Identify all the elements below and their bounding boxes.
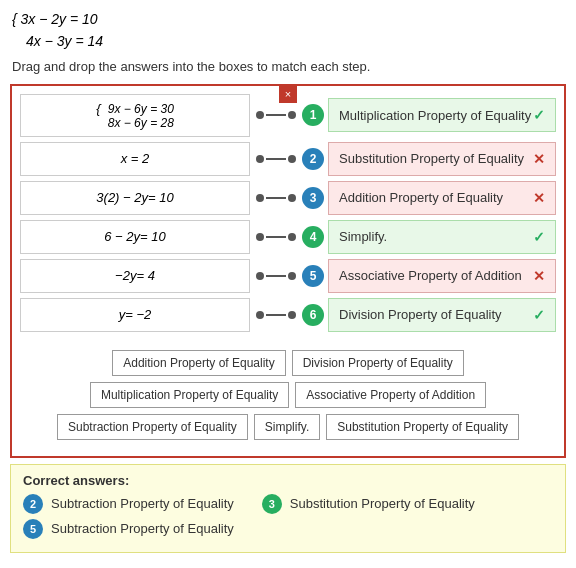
step-expression-5: −2y = 4 — [20, 259, 250, 293]
connector-dot — [288, 111, 296, 119]
close-button[interactable]: × — [279, 85, 297, 103]
connector-dot — [288, 233, 296, 241]
check-icon-1: ✓ — [533, 107, 545, 123]
step-answer-4[interactable]: Simplify. ✓ — [328, 220, 556, 254]
connector-4 — [256, 233, 296, 241]
connector-line — [266, 114, 286, 116]
drag-chip-subtraction[interactable]: Subtraction Property of Equality — [57, 414, 248, 440]
system-equations: { 3x − 2y = 10 4x − 3y = 14 — [12, 8, 564, 53]
answer-text-4: Simplify. — [339, 229, 387, 244]
ca-row-5: 5 Subtraction Property of Equality — [23, 519, 553, 539]
answer-text-3: Addition Property of Equality — [339, 190, 503, 205]
step-expression-6: y = −2 — [20, 298, 250, 332]
connector-dot — [288, 272, 296, 280]
ca-num-3: 3 — [262, 494, 282, 514]
connector-dot — [288, 194, 296, 202]
step-expression-2: x = 2 — [20, 142, 250, 176]
step-num-6: 6 — [302, 304, 324, 326]
step-num-2: 2 — [302, 148, 324, 170]
connector-2 — [256, 155, 296, 163]
connector-dot — [256, 194, 264, 202]
connector-line — [266, 314, 286, 316]
connector-dot — [256, 155, 264, 163]
correct-answers-title: Correct answers: — [23, 473, 553, 488]
ca-num-5: 5 — [23, 519, 43, 539]
drag-chip-substitution[interactable]: Substitution Property of Equality — [326, 414, 519, 440]
connector-line — [266, 236, 286, 238]
connector-3 — [256, 194, 296, 202]
step-row: x = 2 2 Substitution Property of Equalit… — [20, 142, 556, 176]
step-expression-4: 6 − 2y = 10 — [20, 220, 250, 254]
answer-wrapper-1: 1 Multiplication Property of Equality ✓ — [302, 98, 556, 132]
drag-chip-addition[interactable]: Addition Property of Equality — [112, 350, 285, 376]
step-row: y = −2 6 Division Property of Equality ✓ — [20, 298, 556, 332]
connector-6 — [256, 311, 296, 319]
connector-dot — [256, 311, 264, 319]
check-icon-6: ✓ — [533, 307, 545, 323]
connector-dot — [288, 311, 296, 319]
cross-icon-5: ✕ — [533, 268, 545, 284]
connector-dot — [256, 111, 264, 119]
answer-wrapper-3: 3 Addition Property of Equality ✕ — [302, 181, 556, 215]
answer-text-6: Division Property of Equality — [339, 307, 502, 322]
instructions: Drag and drop the answers into the boxes… — [12, 59, 564, 74]
step-row: 3(2) − 2y = 10 3 Addition Property of Eq… — [20, 181, 556, 215]
connector-1 — [256, 111, 296, 119]
drag-chip-division[interactable]: Division Property of Equality — [292, 350, 464, 376]
answer-text-5: Associative Property of Addition — [339, 268, 522, 283]
connector-dot — [256, 233, 264, 241]
step-num-5: 5 — [302, 265, 324, 287]
answer-text-2: Substitution Property of Equality — [339, 151, 524, 166]
connector-dot — [288, 155, 296, 163]
connector-line — [266, 197, 286, 199]
ca-num-2: 2 — [23, 494, 43, 514]
connector-line — [266, 158, 286, 160]
step-num-3: 3 — [302, 187, 324, 209]
answer-wrapper-2: 2 Substitution Property of Equality ✕ — [302, 142, 556, 176]
ca-text-5: Subtraction Property of Equality — [51, 521, 234, 536]
steps-area: { 9x − 6y = 30 8x − 6y = 28 1 Multiplica… — [20, 94, 556, 332]
equation-1: { 3x − 2y = 10 — [12, 8, 564, 30]
step-answer-3[interactable]: Addition Property of Equality ✕ — [328, 181, 556, 215]
ca-text-2: Subtraction Property of Equality — [51, 496, 234, 511]
drag-chip-multiplication[interactable]: Multiplication Property of Equality — [90, 382, 289, 408]
step-answer-5[interactable]: Associative Property of Addition ✕ — [328, 259, 556, 293]
cross-icon-3: ✕ — [533, 190, 545, 206]
page-header: { 3x − 2y = 10 4x − 3y = 14 Drag and dro… — [0, 0, 576, 78]
cross-icon-2: ✕ — [533, 151, 545, 167]
step-expression-1: { 9x − 6y = 30 8x − 6y = 28 — [20, 94, 250, 137]
step-num-4: 4 — [302, 226, 324, 248]
step-answer-2[interactable]: Substitution Property of Equality ✕ — [328, 142, 556, 176]
ca-text-3: Substitution Property of Equality — [290, 496, 475, 511]
step-row: 6 − 2y = 10 4 Simplify. ✓ — [20, 220, 556, 254]
answer-text-1: Multiplication Property of Equality — [339, 108, 531, 123]
correct-answers-panel: Correct answers: 2 Subtraction Property … — [10, 464, 566, 553]
connector-5 — [256, 272, 296, 280]
step-row: −2y = 4 5 Associative Property of Additi… — [20, 259, 556, 293]
step-answer-1[interactable]: Multiplication Property of Equality ✓ — [328, 98, 556, 132]
answer-wrapper-4: 4 Simplify. ✓ — [302, 220, 556, 254]
drag-bank: Addition Property of Equality Division P… — [20, 342, 556, 448]
connector-line — [266, 275, 286, 277]
check-icon-4: ✓ — [533, 229, 545, 245]
drag-chip-simplify[interactable]: Simplify. — [254, 414, 320, 440]
main-box: × { 9x − 6y = 30 8x − 6y = 28 1 — [10, 84, 566, 458]
connector-dot — [256, 272, 264, 280]
equation-2: 4x − 3y = 14 — [26, 30, 564, 52]
answer-wrapper-5: 5 Associative Property of Addition ✕ — [302, 259, 556, 293]
answer-wrapper-6: 6 Division Property of Equality ✓ — [302, 298, 556, 332]
ca-row-2: 2 Subtraction Property of Equality 3 Sub… — [23, 494, 553, 514]
drag-chip-associative[interactable]: Associative Property of Addition — [295, 382, 486, 408]
step-expression-3: 3(2) − 2y = 10 — [20, 181, 250, 215]
step-answer-6[interactable]: Division Property of Equality ✓ — [328, 298, 556, 332]
step-num-1: 1 — [302, 104, 324, 126]
